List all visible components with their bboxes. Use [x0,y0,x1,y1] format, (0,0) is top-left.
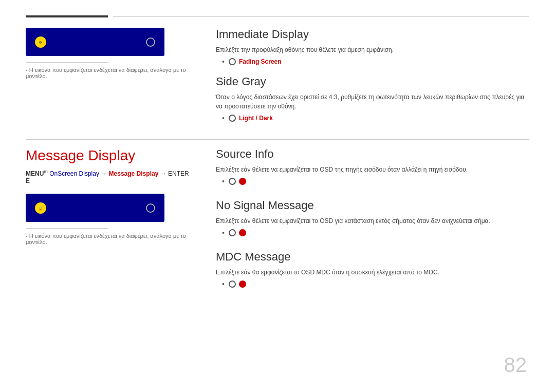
screen-mockup-top: ⟳ [26,28,164,56]
fading-screen-label: Fading Screen [239,58,282,65]
svg-text:🔒: 🔒 [38,206,43,211]
mdc-message-option: • [222,280,529,288]
screen-right-icon-2 [146,203,155,213]
divider-thin [113,16,529,17]
upper-left-col: ⟳ Η εικόνα που εμφανίζεται ενδέχεται να … [26,28,200,132]
immediate-display-desc: Επιλέξτε την προφύλαξη οθόνης που θέλετε… [216,45,529,54]
side-gray-option: • Light / Dark [222,114,529,122]
immediate-display-title: Immediate Display [216,28,529,41]
page-number: 82 [504,353,527,377]
svg-text:⟳: ⟳ [39,41,42,44]
immediate-display-section: Immediate Display Επιλέξτε την προφύλαξη… [216,28,529,66]
source-info-section: Source Info Επιλέξτε εάν θέλετε να εμφαν… [216,147,529,190]
message-display-title: Message Display [26,147,190,164]
screen-mockup-bottom: 🔒 [26,194,164,222]
bullet-dot-2: • [222,114,225,122]
top-note: Η εικόνα που εμφανίζεται ενδέχεται να δι… [26,67,190,79]
divider-thick [26,15,108,17]
menu-keyword: MENU [26,170,44,177]
option-off-icon [229,178,236,185]
screen-divider [26,62,108,63]
bullet-dot-4: • [222,229,225,237]
screen-divider-2 [26,228,108,229]
screen-left-icon: ⟳ [35,36,46,48]
lower-right-col: Source Info Επιλέξτε εάν θέλετε να εμφαν… [200,147,529,302]
bullet-dot: • [222,58,225,66]
upper-half: ⟳ Η εικόνα που εμφανίζεται ενδέχεται να … [26,28,529,132]
full-separator [26,139,529,140]
option-on-icon [239,178,246,185]
option-icon-circle-2 [229,115,236,122]
upper-right-col: Immediate Display Επιλέξτε την προφύλαξη… [200,28,529,132]
side-gray-section: Side Gray Όταν ο λόγος διαστάσεων έχει ο… [216,75,529,122]
option-on-icon-2 [239,229,246,236]
menu-arrow-1: → [101,170,108,177]
option-on-icon-3 [239,281,246,288]
mdc-message-desc: Επιλέξτε εάν θα εμφανίζεται το OSD MDC ό… [216,268,529,277]
source-info-option: • [222,177,529,185]
side-gray-desc: Όταν ο λόγος διαστάσεων έχει οριστεί σε … [216,92,529,111]
screen-left-icon-2: 🔒 [35,202,46,214]
menu-path-link: OnScreen Display [49,170,99,177]
menu-path: MENUm OnScreen Display → Message Display… [26,169,190,184]
bullet-dot-5: • [222,280,225,288]
lower-left-col: Message Display MENUm OnScreen Display →… [26,147,200,302]
no-signal-section: No Signal Message Επιλέξτε εάν θέλετε να… [216,199,529,241]
lower-half: Message Display MENUm OnScreen Display →… [26,147,529,302]
source-info-title: Source Info [216,147,529,161]
no-signal-desc: Επιλέξτε εάν θέλετε να εμφανίζεται το OS… [216,216,529,226]
bullet-dot-3: • [222,177,225,185]
menu-path-highlight: Message Display [109,170,159,177]
top-dividers [26,15,529,17]
screen-right-icon [146,38,155,47]
option-off-icon-2 [229,229,236,236]
mdc-message-title: MDC Message [216,250,529,264]
no-signal-title: No Signal Message [216,199,529,212]
option-off-icon-3 [229,281,236,288]
mdc-message-section: MDC Message Επιλέξτε εάν θα εμφανίζεται … [216,250,529,292]
side-gray-title: Side Gray [216,75,529,88]
immediate-display-option: • Fading Screen [222,58,529,66]
source-info-desc: Επιλέξτε εάν θέλετε να εμφανίζεται το OS… [216,165,529,174]
no-signal-option: • [222,229,529,237]
option-icon-circle [229,58,236,65]
light-dark-label: Light / Dark [239,115,273,122]
bottom-note: Η εικόνα που εμφανίζεται ενδέχεται να δι… [26,233,190,245]
